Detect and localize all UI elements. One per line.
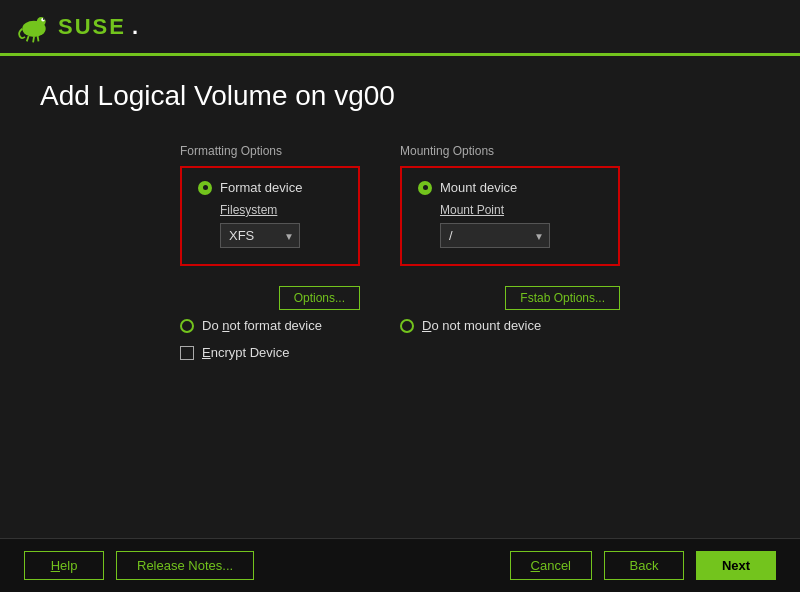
suse-chameleon-icon: [16, 9, 52, 45]
filesystem-select-wrapper: XFS ext4 ext3 btrfs vfat: [220, 223, 300, 248]
do-not-format-radio[interactable]: Do not format device: [180, 318, 360, 333]
svg-line-4: [27, 36, 29, 41]
options-btn-row: Options...: [180, 278, 360, 310]
cancel-button[interactable]: Cancel: [510, 551, 592, 580]
fstab-options-button[interactable]: Fstab Options...: [505, 286, 620, 310]
do-not-format-label: Do not format device: [202, 318, 322, 333]
suse-logo-dot: .: [132, 14, 138, 40]
format-device-radio-indicator: [198, 181, 212, 195]
filesystem-dropdown-wrapper: XFS ext4 ext3 btrfs vfat: [220, 223, 342, 248]
do-not-format-radio-indicator: [180, 319, 194, 333]
back-button[interactable]: Back: [604, 551, 684, 580]
header: SUSE.: [0, 0, 800, 56]
encrypt-device-option[interactable]: Encrypt Device: [180, 345, 360, 360]
svg-line-5: [33, 36, 34, 41]
options-button[interactable]: Options...: [279, 286, 360, 310]
page-title: Add Logical Volume on vg00: [40, 80, 760, 112]
mounting-section-label: Mounting Options: [400, 144, 620, 158]
mount-device-box: Mount device Mount Point / /home /var /t…: [400, 166, 620, 266]
mount-point-dropdown-wrapper: / /home /var /tmp /boot: [440, 223, 602, 248]
mount-point-label: Mount Point: [440, 203, 602, 217]
formatting-section: Formatting Options Format device Filesys…: [180, 144, 360, 360]
mounting-section: Mounting Options Mount device Mount Poin…: [400, 144, 620, 360]
mount-point-select-wrapper: / /home /var /tmp /boot: [440, 223, 550, 248]
main-content: Add Logical Volume on vg00 Formatting Op…: [0, 56, 800, 384]
mount-device-radio-indicator: [418, 181, 432, 195]
release-notes-button[interactable]: Release Notes...: [116, 551, 254, 580]
footer-right-buttons: Cancel Back Next: [510, 551, 776, 580]
filesystem-select[interactable]: XFS ext4 ext3 btrfs vfat: [220, 223, 300, 248]
format-device-radio[interactable]: Format device: [198, 180, 342, 195]
options-container: Formatting Options Format device Filesys…: [40, 144, 760, 360]
footer: Help Release Notes... Cancel Back Next: [0, 538, 800, 592]
filesystem-label: Filesystem: [220, 203, 342, 217]
encrypt-device-checkbox[interactable]: [180, 346, 194, 360]
help-button[interactable]: Help: [24, 551, 104, 580]
do-not-mount-radio[interactable]: Do not mount device: [400, 318, 620, 333]
svg-line-6: [38, 36, 39, 41]
format-device-box: Format device Filesystem XFS ext4 ext3 b…: [180, 166, 360, 266]
mount-device-label: Mount device: [440, 180, 517, 195]
do-not-mount-label: Do not mount device: [422, 318, 541, 333]
fstab-btn-row: Fstab Options...: [400, 278, 620, 310]
mount-device-radio[interactable]: Mount device: [418, 180, 602, 195]
suse-logo-text: SUSE: [58, 14, 126, 40]
next-button[interactable]: Next: [696, 551, 776, 580]
svg-point-3: [43, 18, 45, 20]
mount-point-select[interactable]: / /home /var /tmp /boot: [440, 223, 550, 248]
formatting-section-label: Formatting Options: [180, 144, 360, 158]
encrypt-device-label: Encrypt Device: [202, 345, 289, 360]
suse-logo: SUSE.: [16, 9, 138, 45]
format-device-label: Format device: [220, 180, 302, 195]
do-not-mount-radio-indicator: [400, 319, 414, 333]
footer-left-buttons: Help Release Notes...: [24, 551, 254, 580]
